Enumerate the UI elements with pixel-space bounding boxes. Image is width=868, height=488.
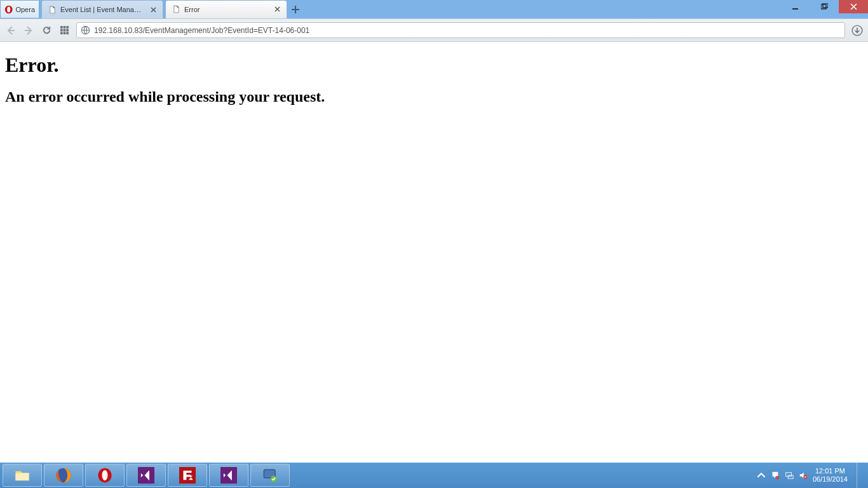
downloads-button[interactable] — [851, 25, 863, 36]
maximize-icon — [821, 3, 828, 10]
grid-icon — [60, 25, 69, 35]
taskbar-clock[interactable]: 12:01 PM 06/19/2014 — [813, 467, 848, 484]
taskbar-opera[interactable] — [85, 464, 125, 487]
opera-menu-button[interactable]: Opera — [0, 0, 39, 18]
window-controls — [780, 0, 868, 18]
svg-rect-26 — [786, 473, 792, 477]
svg-point-18 — [102, 470, 108, 480]
svg-rect-2 — [792, 8, 798, 10]
window-maximize-button[interactable] — [810, 0, 839, 13]
tab-close-button[interactable] — [149, 5, 158, 14]
error-subheading: An error occurred while processing your … — [5, 88, 863, 105]
arrow-right-icon — [24, 25, 34, 36]
tab-close-button[interactable] — [273, 5, 281, 14]
page-icon — [172, 5, 180, 13]
new-tab-button[interactable] — [287, 0, 304, 18]
svg-point-25 — [776, 476, 779, 479]
plus-icon — [291, 5, 300, 14]
download-icon — [851, 25, 863, 36]
opera-logo-icon — [4, 4, 13, 15]
tab-title: Event List | Event Management — [60, 6, 145, 13]
taskbar-remote-desktop[interactable] — [250, 464, 290, 487]
svg-point-1 — [7, 6, 10, 12]
firefox-icon — [55, 467, 72, 484]
svg-rect-12 — [63, 32, 65, 34]
remote-desktop-icon — [262, 467, 278, 484]
svg-rect-9 — [63, 29, 65, 32]
folder-icon — [14, 467, 31, 484]
svg-rect-13 — [66, 32, 69, 34]
window-close-button[interactable] — [839, 0, 868, 13]
svg-rect-10 — [66, 29, 69, 32]
tab-title: Error — [184, 6, 269, 13]
filezilla-icon — [179, 467, 196, 484]
arrow-left-icon — [6, 25, 16, 36]
show-desktop-button[interactable] — [857, 463, 862, 488]
browser-toolbar — [0, 18, 868, 42]
reload-button[interactable] — [41, 25, 52, 36]
svg-rect-4 — [823, 3, 828, 8]
url-input[interactable] — [94, 26, 841, 35]
network-icon[interactable] — [785, 471, 794, 480]
nav-forward-button[interactable] — [23, 25, 34, 36]
taskbar-visual-studio-2[interactable] — [209, 464, 248, 487]
tab-event-list[interactable]: Event List | Event Management — [41, 0, 163, 18]
close-icon — [850, 3, 857, 10]
clock-date: 06/19/2014 — [813, 475, 848, 484]
visual-studio-icon — [138, 467, 154, 484]
volume-icon[interactable] — [799, 471, 808, 480]
opera-menu-label: Opera — [15, 6, 35, 13]
svg-rect-27 — [788, 475, 793, 478]
taskbar-visual-studio[interactable] — [126, 464, 166, 487]
browser-titlebar: Opera Event List | Event Management Erro… — [0, 0, 868, 18]
globe-icon — [81, 25, 90, 35]
tab-error[interactable]: Error — [165, 0, 287, 18]
svg-rect-3 — [821, 4, 826, 9]
tray-overflow-icon[interactable] — [757, 471, 766, 480]
close-icon — [151, 7, 156, 13]
nav-back-button[interactable] — [5, 25, 17, 36]
close-icon — [275, 6, 280, 12]
reload-icon — [42, 25, 51, 35]
svg-rect-5 — [60, 26, 62, 29]
taskbar-filezilla[interactable] — [168, 464, 207, 487]
speed-dial-button[interactable] — [58, 25, 70, 36]
clock-time: 12:01 PM — [813, 467, 848, 475]
error-heading: Error. — [5, 53, 863, 77]
svg-rect-8 — [60, 29, 62, 32]
system-tray: 12:01 PM 06/19/2014 — [757, 463, 865, 488]
taskbar-firefox[interactable] — [44, 464, 83, 487]
taskbar-explorer[interactable] — [3, 464, 42, 487]
page-icon — [48, 6, 57, 14]
svg-rect-11 — [60, 32, 62, 34]
window-minimize-button[interactable] — [780, 0, 810, 13]
minimize-icon — [792, 3, 799, 10]
address-bar[interactable] — [76, 22, 845, 38]
svg-rect-6 — [63, 26, 65, 29]
page-content: Error. An error occurred while processin… — [0, 42, 868, 117]
windows-taskbar: 12:01 PM 06/19/2014 — [0, 463, 868, 488]
opera-icon — [97, 467, 113, 484]
action-center-icon[interactable] — [771, 471, 780, 480]
visual-studio-icon — [220, 467, 237, 484]
svg-rect-7 — [66, 26, 69, 29]
